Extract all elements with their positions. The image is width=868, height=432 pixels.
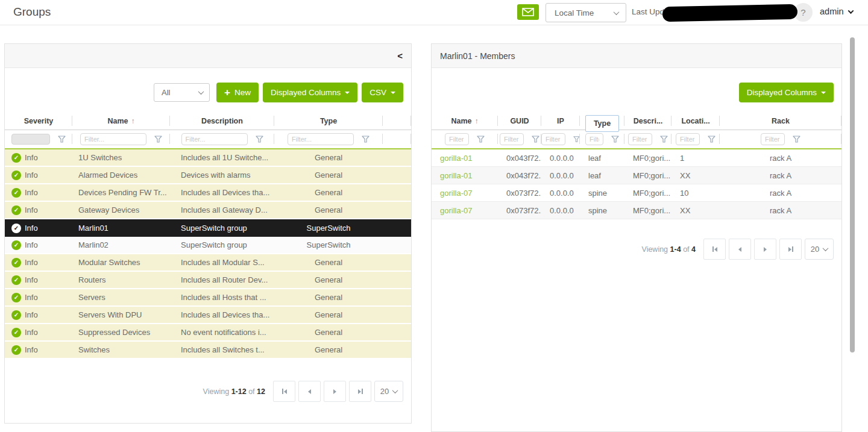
table-row[interactable]: Info Switches Includes all Switches t...… [5,342,411,359]
filter-funnel-icon[interactable] [58,136,66,143]
column-header-name[interactable]: Name ↑ [72,112,170,130]
column-header-name[interactable]: Name ↑ [432,112,498,130]
severity-label: Info [25,328,38,337]
column-header-type[interactable]: Type [274,112,383,130]
type-filter-input[interactable] [585,133,603,145]
filter-funnel-icon[interactable] [793,136,800,143]
last-page-button[interactable] [349,381,371,402]
filter-funnel-icon[interactable] [573,136,580,143]
column-header-location[interactable]: Locati... [671,112,720,130]
last-page-button[interactable] [779,239,802,260]
displayed-columns-button[interactable]: Displayed Columns [263,83,357,102]
filter-funnel-icon[interactable] [611,136,619,143]
check-circle-icon [11,293,21,302]
timezone-select-value: Local Time [555,8,594,17]
filter-funnel-icon[interactable] [708,136,715,143]
column-header-severity[interactable]: Severity [5,112,72,130]
displayed-columns-button[interactable]: Displayed Columns [739,83,834,102]
triangle-left-icon [714,247,717,252]
group-type-cell: SuperSwitch [274,224,383,233]
column-header-guid[interactable]: GUID [498,112,541,130]
next-page-button[interactable] [754,239,776,260]
filter-funnel-icon[interactable] [532,136,539,143]
filter-funnel-icon[interactable] [660,136,668,143]
description-filter-input[interactable] [181,133,248,145]
member-name-link[interactable]: gorilla-07 [432,189,498,198]
scrollbar-track[interactable] [848,26,857,432]
group-name-cell: 1U Switches [72,153,170,162]
severity-label: Info [25,240,38,249]
member-location-cell: XX [671,171,720,180]
filter-funnel-icon[interactable] [477,136,485,143]
csv-export-button[interactable]: CSV [362,83,403,102]
member-ip-cell: 0.0.0.0 [541,154,580,163]
user-menu-label: admin [820,7,844,16]
table-row[interactable]: Info Marlin01 SuperSwitch group SuperSwi… [5,219,411,237]
filter-funnel-icon[interactable] [256,136,263,143]
viewing-status: Viewing 1-4 of 4 [642,245,696,254]
user-menu[interactable]: admin [820,7,853,16]
table-row[interactable]: Info Devices Pending FW Tr... Includes a… [5,184,411,202]
member-name-link[interactable]: gorilla-01 [432,171,498,180]
filter-cell-name [72,130,170,148]
first-page-button[interactable] [703,239,726,260]
table-row[interactable]: gorilla-01 0x043f72... 0.0.0.0 leaf MF0;… [432,167,841,184]
column-header-description[interactable]: Description [170,112,274,130]
column-header-ip[interactable]: IP [541,112,580,130]
page-size-select[interactable]: 20 [805,239,834,260]
table-row[interactable]: Info Servers Includes all Hosts that ...… [5,289,411,307]
prev-page-button[interactable] [298,381,321,402]
column-header-rack[interactable]: Rack [720,112,841,130]
member-name-link[interactable]: gorilla-01 [432,154,498,163]
group-description-cell: Includes all Modular S... [170,258,274,267]
table-row[interactable]: gorilla-07 0x073f72... 0.0.0.0 spine MF0… [432,184,841,202]
scrollbar-thumb[interactable] [850,37,855,352]
chevron-down-icon [392,387,398,393]
table-row[interactable]: Info Suppressed Devices No event notific… [5,324,411,342]
column-header-description[interactable]: Descri... [624,112,671,130]
prev-page-button[interactable] [729,239,751,260]
ip-filter-input[interactable] [541,133,565,145]
table-row[interactable]: Info Gateway Devices Includes all Gatewa… [5,202,411,219]
filter-cell-guid [498,130,541,148]
timezone-select[interactable]: Local Time [546,3,626,22]
next-page-button[interactable] [324,381,346,402]
group-type-select[interactable]: All [154,83,210,102]
table-row[interactable]: Info 1U Switches Includes all 1U Switche… [5,149,411,167]
member-name-link[interactable]: gorilla-07 [432,206,498,215]
filter-funnel-icon[interactable] [154,136,162,143]
name-filter-input[interactable] [80,133,146,145]
severity-label: Info [25,258,38,267]
member-rack-cell: rack A [720,171,841,180]
filter-funnel-icon[interactable] [362,136,370,143]
type-filter-input[interactable] [288,133,354,145]
dragged-column-box: Type [585,115,619,132]
collapse-panel-button[interactable]: < [397,51,403,61]
group-type-cell: General [274,153,383,162]
table-row[interactable]: Info Marlin02 SuperSwitch group SuperSwi… [5,237,411,254]
table-row[interactable]: Info Alarmed Devices Devices with alarms… [5,167,411,184]
location-filter-input[interactable] [676,133,700,145]
new-group-button[interactable]: New [216,83,259,102]
table-row[interactable]: Info Modular Switches Includes all Modul… [5,254,411,272]
severity-cell: Info [5,153,72,163]
severity-label: Info [25,188,38,197]
check-circle-icon [11,240,21,250]
table-row[interactable]: Info Routers Includes all Router Dev... … [5,272,411,289]
member-type-cell: leaf [580,154,624,163]
description-filter-input[interactable] [628,133,652,145]
chevron-down-icon [821,92,826,94]
table-row[interactable]: gorilla-07 0x073f72... 0.0.0.0 spine MF0… [432,202,841,219]
guid-filter-input[interactable] [500,133,524,145]
severity-label: Info [25,153,38,162]
page-size-select[interactable]: 20 [374,381,403,402]
severity-cell: Info [5,188,72,198]
column-header-type[interactable]: Type [580,112,624,130]
name-filter-input[interactable] [445,133,469,145]
table-row[interactable]: gorilla-01 0x043f72... 0.0.0.0 leaf MF0;… [432,149,841,167]
mail-icon[interactable] [517,4,539,20]
rack-filter-input[interactable] [761,133,785,145]
table-row[interactable]: Info Servers With DPU Includes all Devic… [5,307,411,324]
first-page-button[interactable] [273,381,295,402]
group-name-cell: Modular Switches [72,258,170,267]
